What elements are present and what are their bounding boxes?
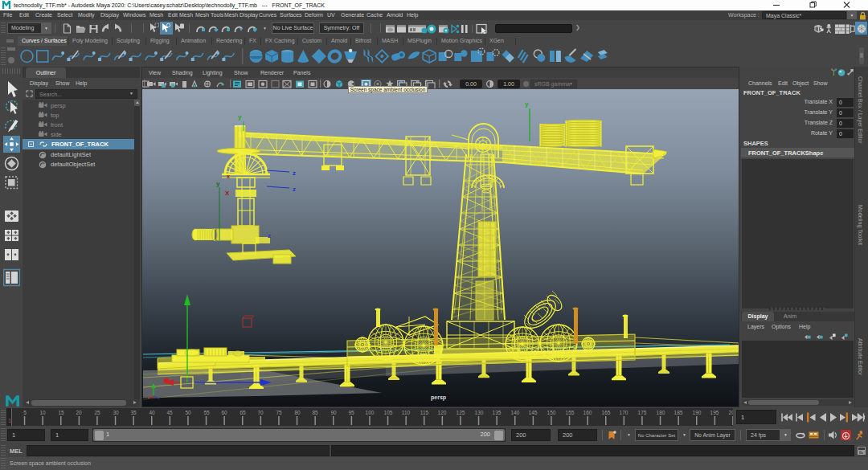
svg-text:y: y <box>216 180 220 187</box>
svg-text:125: 125 <box>457 410 465 415</box>
svg-text:30: 30 <box>113 410 119 415</box>
svg-text:120: 120 <box>438 410 447 415</box>
svg-text:65: 65 <box>240 410 246 415</box>
svg-text:115: 115 <box>420 410 429 415</box>
svg-text:50: 50 <box>185 410 191 415</box>
svg-text:105: 105 <box>384 410 393 415</box>
svg-text:z: z <box>293 170 296 177</box>
svg-text:75: 75 <box>276 410 282 415</box>
svg-text:90: 90 <box>330 410 337 415</box>
svg-text:145: 145 <box>529 410 538 415</box>
svg-text:10: 10 <box>39 410 46 415</box>
svg-text:160: 160 <box>583 410 592 415</box>
svg-text:80: 80 <box>294 410 301 415</box>
svg-text:100: 100 <box>366 410 375 415</box>
svg-text:110: 110 <box>402 410 411 415</box>
svg-text:15: 15 <box>58 410 64 415</box>
svg-text:175: 175 <box>638 410 647 415</box>
svg-text:130: 130 <box>475 410 484 415</box>
svg-text:z: z <box>293 186 296 193</box>
svg-text:X: X <box>225 190 230 197</box>
svg-text:135: 135 <box>493 410 502 415</box>
svg-text:155: 155 <box>566 410 575 415</box>
svg-text:165: 165 <box>602 410 611 415</box>
svg-text:85: 85 <box>312 410 318 415</box>
svg-text:95: 95 <box>348 410 354 415</box>
svg-text:190: 190 <box>693 410 702 415</box>
svg-text:70: 70 <box>257 410 264 415</box>
svg-text:60: 60 <box>221 410 227 415</box>
svg-text:35: 35 <box>130 410 137 415</box>
svg-text:170: 170 <box>620 410 628 415</box>
svg-text:5: 5 <box>23 410 27 415</box>
svg-text:20: 20 <box>76 410 82 415</box>
svg-text:25: 25 <box>94 410 100 415</box>
svg-text:45: 45 <box>166 410 173 415</box>
svg-text:y: y <box>238 113 242 121</box>
svg-text:z: z <box>268 232 271 239</box>
svg-text:x: x <box>227 174 230 179</box>
svg-text:150: 150 <box>547 410 556 415</box>
svg-text:185: 185 <box>674 410 683 415</box>
svg-text:180: 180 <box>657 410 665 415</box>
svg-text:y: y <box>525 100 529 108</box>
svg-text:140: 140 <box>511 410 520 415</box>
svg-text:200: 200 <box>729 410 733 415</box>
svg-text:55: 55 <box>203 410 210 415</box>
svg-text:195: 195 <box>710 410 719 415</box>
svg-text:40: 40 <box>149 410 155 415</box>
